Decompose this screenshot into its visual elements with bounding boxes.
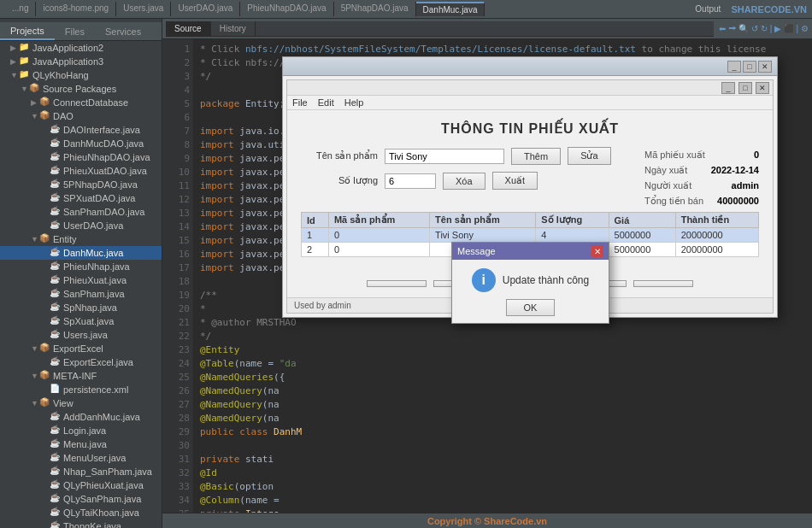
sidebar-item-spxuat-e[interactable]: ☕ SpXuat.java (0, 314, 162, 328)
dialog-close-btn[interactable]: ✕ (758, 61, 772, 73)
sidebar-item-thongke[interactable]: ☕ ThongKe.java (0, 519, 162, 528)
sidebar-item-nhap-sp[interactable]: ☕ Nhap_SanPham.java (0, 465, 162, 478)
sidebar-item-javaapp3[interactable]: ▶ 📁 JavaApplication3 (0, 55, 162, 68)
java-icon-pxe: ☕ (50, 274, 62, 286)
them-button[interactable]: Thêm (511, 148, 561, 165)
sidebar-item-dao[interactable]: ▼ 📦 DAO (0, 109, 162, 123)
java-icon-qtk: ☕ (50, 507, 62, 519)
footer-btn-5[interactable] (633, 280, 693, 287)
files-tab[interactable]: Files (55, 22, 95, 40)
tab-userdao[interactable]: UserDAO.java (171, 2, 240, 16)
sidebar-item-source-packages[interactable]: ▼ 📦 Source Packages (0, 82, 162, 96)
sidebar-item-qlysanpham[interactable]: ☕ QLySanPham.java (0, 492, 162, 506)
so-luong-input[interactable] (385, 173, 436, 189)
sidebar-item-qlytaikhoan[interactable]: ☕ QLyTaiKhoan.java (0, 506, 162, 519)
cell-masp-1: 0 (328, 228, 429, 243)
sidebar-item-exportexcel-java[interactable]: ☕ ExportExcel.java (0, 355, 162, 369)
sidebar-item-phieunhap-e[interactable]: ☕ PhieuNhap.java (0, 260, 162, 273)
sidebar-item-phieunhap-dao[interactable]: ☕ PhieuNhapDAO.java (0, 150, 162, 164)
tab-phieunhapdao[interactable]: PhieuNhapDAO.java (240, 2, 333, 16)
ten-sp-input[interactable] (385, 149, 504, 164)
sidebar-item-entity[interactable]: ▼ 📦 Entity (0, 232, 162, 246)
pkg-icon-ee: 📦 (39, 343, 51, 355)
sidebar-item-persistence[interactable]: 📄 persistence.xml (0, 383, 162, 396)
inner-maximize-btn[interactable]: □ (738, 82, 752, 94)
dialog-minimize-btn[interactable]: _ (727, 61, 741, 73)
sidebar-item-qlyphieuxuat[interactable]: ☕ QLyPhieuXuat.java (0, 478, 162, 492)
sidebar-item-adddanhmuc[interactable]: ☕ AddDanhMuc.java (0, 410, 162, 424)
msg-ok-button[interactable]: OK (506, 299, 556, 316)
msg-close-button[interactable]: ✕ (591, 245, 603, 257)
ngay-xuat-value: 2022-12-14 (711, 162, 759, 178)
label-spxuat-e: SpXuat.java (63, 316, 114, 326)
sua-button[interactable]: Sửa (568, 147, 610, 165)
sidebar-item-login[interactable]: ☕ Login.java (0, 424, 162, 437)
sidebar-item-menuuser[interactable]: ☕ MenuUser.java (0, 451, 162, 465)
sidebar-item-users-e[interactable]: ☕ Users.java (0, 328, 162, 342)
editor-source-tab[interactable]: Source (166, 21, 211, 36)
col-thanhtien: Thành tiền (675, 213, 758, 228)
tab-icons8[interactable]: icons8-home.png (36, 2, 116, 16)
sidebar-item-spnhap-e[interactable]: ☕ SpNhap.java (0, 301, 162, 314)
sidebar-item-phieuxuat-dao[interactable]: ☕ PhieuXuatDAO.java (0, 164, 162, 178)
sidebar-item-metainf[interactable]: ▼ 📦 META-INF (0, 369, 162, 383)
msg-info-icon: i (472, 268, 496, 292)
sidebar-item-spxuat[interactable]: ☕ SPXuatDAO.java (0, 191, 162, 205)
toolbar-icons: ⬅ ⮕ 🔍 ↺ ↻ | ▶ ⬛ | ⚙ (719, 24, 809, 33)
sidebar-item-danhmuc-dao[interactable]: ☕ DanhMucDAO.java (0, 137, 162, 150)
menu-edit[interactable]: Edit (318, 97, 334, 108)
label-source-packages: Source Packages (43, 84, 116, 94)
sidebar-item-sanpham-e[interactable]: ☕ SanPham.java (0, 287, 162, 301)
source-tab-label: Source (174, 24, 202, 33)
sidebar-item-qlykhohanng[interactable]: ▼ 📁 QLyKhoHang (0, 68, 162, 82)
sidebar-item-javaapp2[interactable]: ▶ 📁 JavaApplication2 (0, 41, 162, 55)
output-label: Output (695, 4, 721, 14)
nguoi-xuat-label: Người xuất (644, 178, 691, 193)
sidebar-item-danhmuc-java[interactable]: ☕ DanhMuc.java (0, 246, 162, 260)
java-icon-pn: ☕ (50, 151, 62, 163)
sidebar-item-5pnhap[interactable]: ☕ 5PNhapDAO.java (0, 178, 162, 191)
so-luong-label: Số lượng (301, 175, 378, 186)
inner-close-btn[interactable]: ✕ (756, 82, 769, 94)
sidebar-item-daointface[interactable]: ☕ DAOInterface.java (0, 123, 162, 137)
menu-file[interactable]: File (292, 97, 308, 108)
inner-minimize-btn[interactable]: _ (721, 82, 735, 94)
tab-danhmuc[interactable]: DanhMuc.java (416, 2, 485, 16)
sidebar-item-connectdb[interactable]: ▶ 📦 ConnectDatabase (0, 96, 162, 109)
copyright-text: Copyright © ShareCode.vn (169, 516, 805, 526)
cell-gia-1: 5000000 (609, 228, 675, 243)
java-icon-spxe: ☕ (50, 315, 62, 327)
footer-btn-1[interactable] (367, 280, 427, 287)
menu-help[interactable]: Help (344, 97, 364, 108)
dialog-maximize-btn[interactable]: □ (743, 61, 756, 73)
projects-tab[interactable]: Projects (0, 22, 55, 40)
label-users-e: Users.java (63, 330, 108, 340)
sidebar-item-user-dao[interactable]: ☕ UserDAO.java (0, 219, 162, 232)
java-icon-adm: ☕ (50, 411, 62, 423)
sidebar-item-menu[interactable]: ☕ Menu.java (0, 437, 162, 451)
sidebar-item-sanpham-dao[interactable]: ☕ SanPhamDAO.java (0, 205, 162, 219)
ten-sp-label: Tên sản phẩm (301, 150, 378, 161)
java-icon-daoi: ☕ (50, 124, 62, 136)
label-exportexcel: ExportExcel (53, 343, 103, 354)
editor-history-tab[interactable]: History (211, 21, 256, 36)
arrow-src: ▼ (21, 85, 29, 93)
projects-tabs: Projects Files Services (0, 22, 162, 41)
dialog-status: Used by admin (294, 301, 351, 310)
pkg-icon-entity: 📦 (39, 233, 51, 245)
ide-statusbar: Copyright © ShareCode.vn (162, 513, 812, 528)
xuat-button[interactable]: Xuất (492, 172, 538, 190)
tab-users[interactable]: Users.java (116, 2, 171, 16)
sidebar-item-exportexcel[interactable]: ▼ 📦 ExportExcel (0, 342, 162, 355)
xoa-button[interactable]: Xóa (443, 173, 485, 190)
sidebar-item-view[interactable]: ▼ 📦 View (0, 396, 162, 410)
label-thongke: ThongKe.java (63, 521, 121, 528)
label-persistence: persistence.xml (63, 384, 128, 395)
services-tab[interactable]: Services (95, 22, 151, 40)
sidebar-item-phieuxuat-e[interactable]: ☕ PhieuXuat.java (0, 273, 162, 287)
tab-ng[interactable]: ...ng (5, 2, 36, 16)
ide-topbar: ...ng icons8-home.png Users.java UserDAO… (0, 0, 812, 19)
table-row[interactable]: 1 0 Tivi Sony 4 5000000 20000000 (302, 228, 759, 243)
tab-5pnhapdao[interactable]: 5PNhapDAO.java (334, 2, 416, 16)
message-dialog: Message ✕ i Update thành công OK (451, 242, 609, 324)
